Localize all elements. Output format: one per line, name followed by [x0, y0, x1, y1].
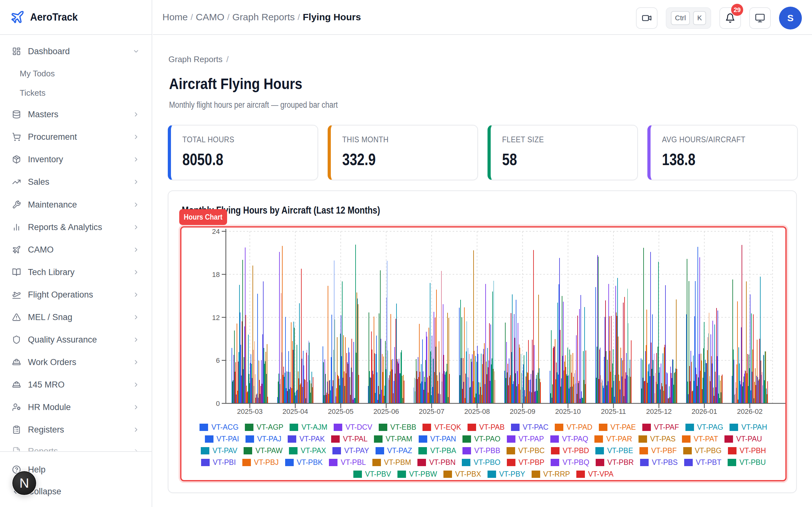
- svg-text:18: 18: [212, 271, 220, 279]
- svg-text:2025-10: 2025-10: [555, 407, 581, 415]
- svg-text:2025-09: 2025-09: [510, 407, 536, 415]
- svg-text:2026-01: 2026-01: [692, 407, 717, 415]
- svg-text:2025-06: 2025-06: [373, 407, 399, 415]
- svg-text:0: 0: [216, 400, 220, 407]
- svg-text:2025-04: 2025-04: [283, 407, 308, 415]
- svg-text:2025-12: 2025-12: [646, 407, 672, 415]
- svg-text:2025-08: 2025-08: [464, 407, 490, 415]
- svg-text:6: 6: [216, 356, 220, 364]
- svg-text:2025-05: 2025-05: [328, 407, 354, 415]
- svg-text:2025-03: 2025-03: [237, 407, 263, 415]
- svg-text:2025-11: 2025-11: [601, 407, 626, 415]
- svg-text:24: 24: [212, 228, 220, 235]
- svg-text:2025-07: 2025-07: [419, 407, 444, 415]
- svg-text:2026-02: 2026-02: [737, 407, 763, 415]
- svg-text:12: 12: [212, 314, 220, 322]
